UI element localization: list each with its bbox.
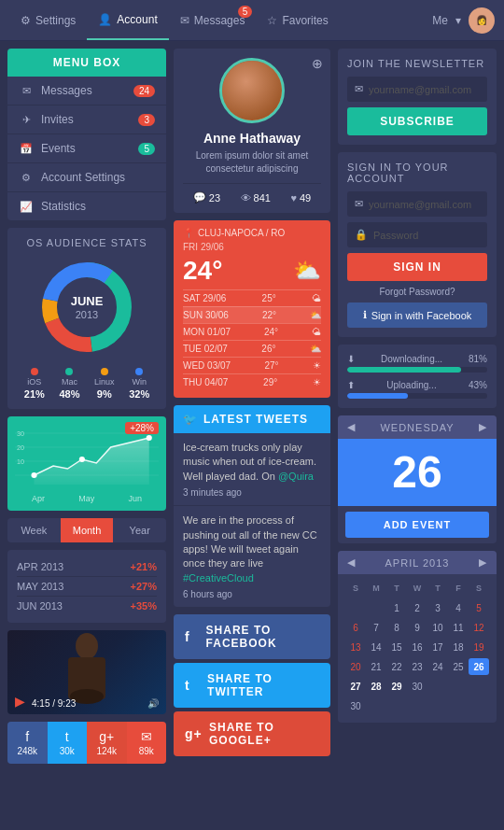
chart-label-may: May <box>78 494 94 503</box>
weather-card: 📍 CLUJ-NAPOCA / RO FRI 29/06 24° ⛅ SAT 2… <box>174 220 330 398</box>
menu-item-events[interactable]: 📅 Events 5 <box>7 134 166 163</box>
share-facebook-btn[interactable]: f SHARE TO FACEBOOK <box>174 614 330 659</box>
weather-day-3: TUE 02/07 <box>183 344 228 354</box>
cal-3-2: 22 <box>386 658 407 675</box>
mac-value: 48% <box>59 388 79 400</box>
nav-favorites-label: Favorites <box>282 14 328 27</box>
social-email[interactable]: ✉ 89k <box>127 722 167 764</box>
signin-email-icon: ✉ <box>355 198 363 210</box>
upload-progress-bar-bg <box>347 393 487 399</box>
menu-item-messages[interactable]: ✉ Messages 24 <box>7 77 166 106</box>
clock-card: ◀ WEDNESDAY ▶ 26 ADD EVENT <box>338 415 497 543</box>
cal-4-1: 28 <box>366 678 386 695</box>
main-layout: MENU BOX ✉ Messages 24 ✈ Invites 3 📅 Eve… <box>0 41 504 771</box>
stats-row-may: MAY 2013 +27% <box>17 577 157 597</box>
weather-location-text: CLUJ-NAPOCA / RO <box>198 228 285 238</box>
cal-0-3: 2 <box>407 599 427 616</box>
video-time: 4:15 / 9:23 <box>32 698 76 709</box>
cal-next-icon[interactable]: ▶ <box>479 556 487 569</box>
stats-row-jun: JUN 2013 +35% <box>17 597 157 615</box>
forgot-password-link[interactable]: Forgot Password? <box>347 287 487 297</box>
cal-2-3: 16 <box>407 639 427 655</box>
svg-point-13 <box>31 472 36 478</box>
line-chart-box: +28% 30 20 10 <box>7 416 166 511</box>
menu-item-invites[interactable]: ✈ Invites 3 <box>7 106 166 134</box>
weather-row-4: WED 03/07 27° ☀ <box>183 357 321 373</box>
fb-signin-button[interactable]: ℹ Sign in with Facebook <box>347 302 487 328</box>
col-right: JOIN THE NEWSLETTER ✉ yourname@gmail.com… <box>338 49 497 764</box>
menu-item-account-settings[interactable]: ⚙ Account Settings <box>7 163 166 192</box>
social-tw[interactable]: t 30k <box>48 722 88 764</box>
weather-row-0: SAT 29/06 25° 🌤 <box>183 289 321 306</box>
volume-icon[interactable]: 🔊 <box>147 698 159 709</box>
cal-h-t1: T <box>386 580 407 597</box>
svg-point-16 <box>76 633 98 659</box>
clock-prev-icon[interactable]: ◀ <box>347 421 356 433</box>
cal-2-1: 14 <box>366 639 386 655</box>
os-stats-card: OS AUDIENCE STATS JUNE 2013 <box>7 228 166 409</box>
download-progress-fill <box>347 367 461 373</box>
nav-settings-label: Settings <box>35 14 76 27</box>
weather-day-4: WED 03/07 <box>183 360 231 371</box>
cal-2-2: 15 <box>386 639 407 655</box>
weather-icon-2: 🌤 <box>312 327 321 337</box>
nav-account[interactable]: 👤 Account <box>87 0 168 40</box>
cal-1-2: 8 <box>386 619 407 636</box>
mac-label: Mac <box>62 377 77 387</box>
add-event-button[interactable]: ADD EVENT <box>345 512 489 538</box>
navbar: ⚙ Settings 👤 Account ✉ Messages 5 ☆ Favo… <box>0 0 504 41</box>
share-googleplus-btn[interactable]: g+ SHARE TO GOOGLE+ <box>174 711 330 756</box>
svg-point-15 <box>147 435 152 441</box>
tweets-title: LATEST TWEETS <box>203 413 308 426</box>
cal-h-s1: S <box>345 580 366 597</box>
download-value: 81% <box>469 354 487 364</box>
newsletter-email-field[interactable]: ✉ yourname@gmail.com <box>347 77 487 102</box>
clock-day-name: WEDNESDAY <box>380 422 454 433</box>
filter-week[interactable]: Week <box>7 518 61 542</box>
cal-4-2: 29 <box>386 678 407 695</box>
star-icon: ☆ <box>267 14 277 27</box>
donut-year: 2013 <box>71 308 104 320</box>
filter-year[interactable]: Year <box>113 518 166 542</box>
nav-messages[interactable]: ✉ Messages 5 <box>169 0 257 40</box>
cal-1-6: 12 <box>469 619 489 636</box>
chart-badge: +28% <box>125 422 159 434</box>
more-options-icon[interactable]: ⊕ <box>312 56 323 71</box>
gp-count: 124k <box>96 746 117 756</box>
filter-month[interactable]: Month <box>61 518 114 542</box>
upload-label-row: ⬆ Uploading... 43% <box>347 380 487 390</box>
weather-icon-main: ⛅ <box>293 258 321 284</box>
tweet-1: We are in the process of pushing out all… <box>174 506 330 607</box>
settings-icon: ⚙ <box>19 172 34 183</box>
nav-favorites[interactable]: ☆ Favorites <box>256 0 339 40</box>
signin-button[interactable]: SIGN IN <box>347 253 487 281</box>
time-filters: Week Month Year <box>7 518 166 542</box>
upload-label: Uploading... <box>386 380 436 390</box>
subscribe-button[interactable]: SUBSCRIBE <box>347 107 487 135</box>
clock-next-icon[interactable]: ▶ <box>479 421 487 433</box>
signin-password-field[interactable]: 🔒 Password <box>347 222 487 247</box>
invites-icon: ✈ <box>19 114 34 125</box>
menu-events-label: Events <box>41 142 138 155</box>
cal-1-0: 6 <box>345 619 366 636</box>
messages-icon: ✉ <box>180 14 189 27</box>
menu-invites-badge: 3 <box>138 114 155 126</box>
gear-icon: ⚙ <box>21 14 31 27</box>
social-fb[interactable]: f 248k <box>7 722 48 764</box>
social-gp[interactable]: g+ 124k <box>87 722 127 764</box>
newsletter-card: JOIN THE NEWSLETTER ✉ yourname@gmail.com… <box>338 49 497 145</box>
play-icon[interactable]: ▶ <box>15 694 25 709</box>
cal-prev-icon[interactable]: ◀ <box>347 556 356 569</box>
nav-account-label: Account <box>117 13 157 26</box>
nav-settings[interactable]: ⚙ Settings <box>9 0 87 40</box>
menu-events-badge: 5 <box>138 143 155 155</box>
fb-count: 248k <box>17 746 37 756</box>
win-value: 32% <box>129 388 149 400</box>
svg-text:20: 20 <box>17 444 24 452</box>
menu-account-settings-label: Account Settings <box>41 171 155 184</box>
weather-icon-3: ⛅ <box>310 344 321 354</box>
nav-user[interactable]: Me ▾ 👩 <box>432 7 495 34</box>
signin-email-field[interactable]: ✉ yourname@gmail.com <box>347 191 487 217</box>
share-twitter-btn[interactable]: t SHARE TO TWITTER <box>174 663 330 708</box>
menu-item-statistics[interactable]: 📈 Statistics <box>7 192 166 220</box>
